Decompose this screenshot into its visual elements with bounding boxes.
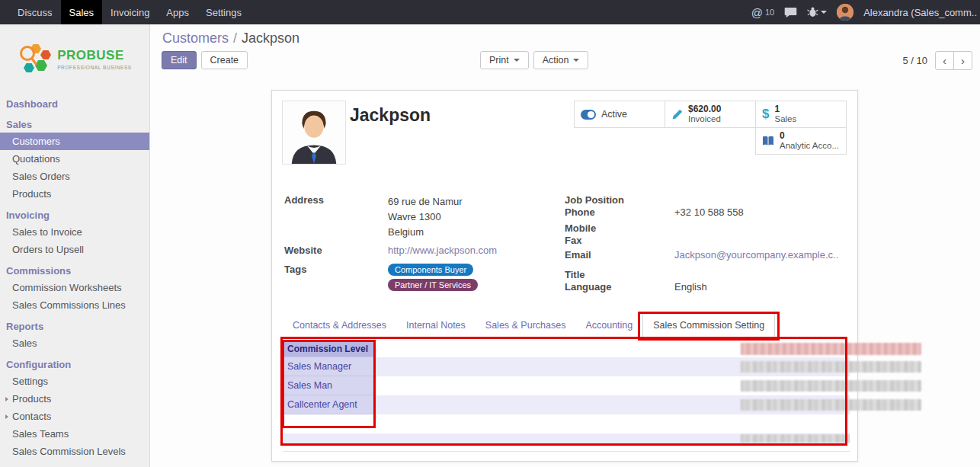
right-field-group: Job Position Phone +32 10 588 558 Mobile…: [565, 194, 848, 293]
tab-sales-commission-setting[interactable]: Sales Commission Setting: [642, 313, 775, 337]
create-button[interactable]: Create: [201, 51, 248, 69]
logo-subtitle: PROFESSIONAL BUSINESS: [57, 65, 132, 70]
action-dropdown[interactable]: Action: [533, 51, 589, 69]
sidebar-item-customers[interactable]: Customers: [0, 133, 149, 150]
analytic-accounts-stat-button[interactable]: 0 Analytic Acco...: [755, 127, 847, 155]
breadcrumb-current: Jackpson: [242, 30, 299, 46]
active-stat-button[interactable]: Active: [574, 101, 665, 128]
tags-value: Components Buyer Partner / IT Services: [388, 264, 478, 294]
redacted-block: [741, 380, 921, 392]
tags-label: Tags: [284, 264, 388, 294]
sales-count-value: 1: [774, 104, 796, 114]
edit-button[interactable]: Edit: [162, 51, 197, 69]
mention-icon[interactable]: @10: [751, 6, 774, 19]
table-end-divider: [283, 451, 850, 452]
website-link[interactable]: http://www.jackpson.com: [388, 245, 497, 256]
sidebar-heading-sales[interactable]: Sales: [0, 117, 149, 133]
sidebar-item-sales-commissions-lines[interactable]: Sales Commissions Lines: [0, 296, 149, 314]
chevron-down-icon: [573, 59, 579, 62]
table-cell-redacted: [375, 433, 850, 443]
redacted-block: [741, 343, 921, 355]
tag-components-buyer: Components Buyer: [388, 264, 473, 276]
chevron-right-icon: [5, 397, 8, 401]
tab-sales-purchases[interactable]: Sales & Purchases: [476, 313, 576, 337]
sidebar-heading-reports[interactable]: Reports: [0, 318, 149, 334]
menu-settings[interactable]: Settings: [197, 0, 250, 24]
sidebar-item-products[interactable]: Products: [0, 185, 149, 203]
table-row-sales-manager[interactable]: Sales Manager: [283, 357, 850, 376]
sales-stat-button[interactable]: $ 1 Sales: [755, 101, 847, 128]
sidebar-heading-invoicing[interactable]: Invoicing: [0, 207, 149, 223]
sidebar-item-config-contacts[interactable]: Contacts: [0, 408, 149, 425]
sidebar-heading-configuration[interactable]: Configuration: [0, 357, 149, 373]
menu-invoicing[interactable]: Invoicing: [102, 0, 158, 24]
tab-accounting[interactable]: Accounting: [575, 313, 642, 337]
magnifier-icon: [21, 46, 34, 59]
pager-count: 5 / 10: [902, 55, 927, 66]
tab-internal-notes[interactable]: Internal Notes: [396, 313, 476, 337]
tab-contacts-addresses[interactable]: Contacts & Addresses: [283, 313, 396, 337]
mention-count: 10: [765, 8, 774, 17]
sidebar-item-config-products[interactable]: Products: [0, 390, 149, 408]
table-row-empty: [283, 433, 850, 443]
tag-partner-it-services: Partner / IT Services: [388, 279, 478, 291]
sidebar-item-orders-to-upsell[interactable]: Orders to Upsell: [0, 241, 149, 258]
website-label: Website: [284, 245, 388, 256]
sidebar-item-sales-teams[interactable]: Sales Teams: [0, 425, 149, 443]
job-position-label: Job Position: [565, 194, 674, 206]
language-label: Language: [565, 281, 674, 293]
main-content: Customers/Jackpson Edit Create Print Act…: [150, 24, 980, 467]
sidebar-item-sales-orders[interactable]: Sales Orders: [0, 168, 149, 185]
breadcrumb-customers[interactable]: Customers: [162, 30, 229, 46]
column-header-commission-level[interactable]: Commission Level: [283, 341, 375, 357]
at-glyph: @: [751, 6, 763, 19]
sidebar: PROBUSE PROFESSIONAL BUSINESS Dashboard …: [0, 24, 150, 467]
phone-value: +32 10 588 558: [674, 206, 744, 219]
pager-previous-button[interactable]: ‹: [935, 51, 954, 70]
print-dropdown[interactable]: Print: [480, 51, 529, 69]
chat-icon[interactable]: [784, 7, 797, 18]
pager-next-button[interactable]: ›: [953, 51, 972, 70]
menu-apps[interactable]: Apps: [158, 0, 197, 24]
sidebar-item-quotations[interactable]: Quotations: [0, 150, 149, 168]
table-row-callcenter-agent[interactable]: Callcenter Agent: [283, 395, 850, 414]
chevron-right-icon: [5, 414, 8, 419]
menu-sales[interactable]: Sales: [61, 0, 103, 24]
title-label: Title: [565, 269, 674, 281]
stat-button-bar: Active $620.00 Invoiced $ 1 Sales: [575, 101, 847, 155]
probuse-logo: PROBUSE PROFESSIONAL BUSINESS: [0, 24, 149, 91]
debug-icon[interactable]: [807, 7, 827, 18]
user-avatar[interactable]: [837, 4, 853, 21]
logo-title: PROBUSE: [57, 48, 132, 63]
breadcrumb-separator: /: [233, 30, 237, 46]
fax-field: Fax: [565, 235, 848, 247]
redacted-block: [741, 434, 850, 443]
address-value: 69 rue de Namur Wavre 1300 Belgium: [388, 194, 463, 240]
language-value: English: [674, 281, 707, 293]
top-right-tools: @10 Alexandra (Sales_comm..: [751, 0, 980, 24]
table-header-redacted-cell: [375, 341, 850, 357]
website-field: Website http://www.jackpson.com: [284, 245, 497, 256]
table-row-sales-man[interactable]: Sales Man: [283, 376, 850, 395]
invoiced-stat-button[interactable]: $620.00 Invoiced: [665, 101, 756, 128]
sidebar-item-commission-worksheets[interactable]: Commission Worksheets: [0, 279, 149, 296]
sidebar-item-settings[interactable]: Settings: [0, 373, 149, 390]
sidebar-heading-dashboard[interactable]: Dashboard: [0, 96, 149, 112]
sidebar-item-sales-to-invoice[interactable]: Sales to Invoice: [0, 223, 149, 241]
sidebar-item-label: Products: [12, 393, 51, 405]
customer-photo[interactable]: [282, 101, 346, 165]
email-label: Email: [565, 249, 674, 261]
email-link[interactable]: Jackpson@yourcompany.example.c..: [674, 249, 838, 261]
sidebar-item-sales-commission-levels[interactable]: Sales Commission Levels: [0, 443, 149, 460]
sales-count-label: Sales: [774, 114, 796, 125]
sidebar-heading-commissions[interactable]: Commissions: [0, 263, 149, 279]
table-header-row: Commission Level: [283, 341, 850, 357]
fax-label: Fax: [565, 235, 674, 247]
address-label: Address: [284, 194, 388, 240]
phone-field: Phone +32 10 588 558: [565, 206, 848, 219]
user-menu[interactable]: Alexandra (Sales_comm..: [863, 7, 977, 18]
sidebar-item-reports-sales[interactable]: Sales: [0, 334, 149, 352]
menu-discuss[interactable]: Discuss: [9, 0, 61, 24]
table-cell-redacted: [375, 357, 850, 376]
job-position-field: Job Position: [565, 194, 848, 206]
